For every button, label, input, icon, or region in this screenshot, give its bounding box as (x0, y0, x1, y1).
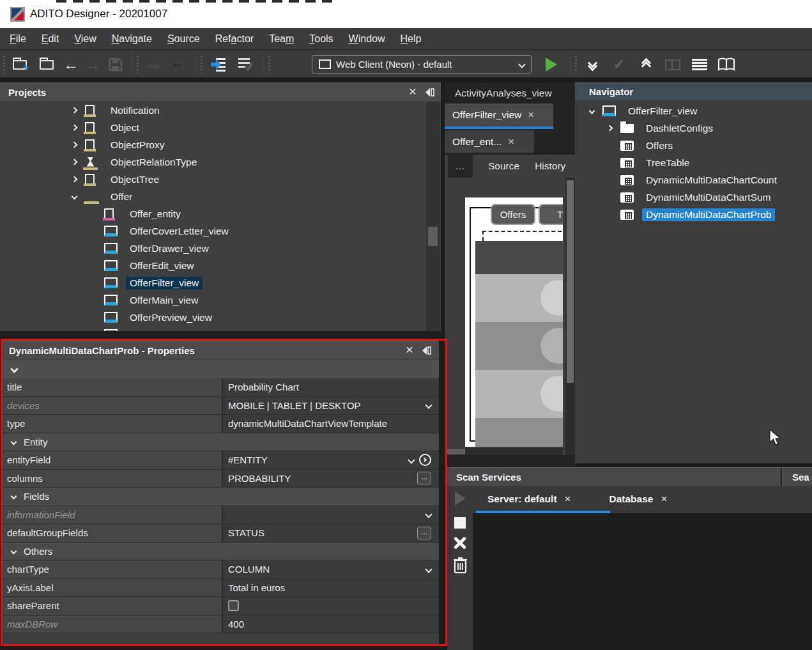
minimize-panel-icon[interactable] (425, 88, 434, 97)
property-section-others[interactable]: Others (3, 543, 439, 561)
menu-refactor[interactable]: Refactor (208, 28, 261, 49)
property-section-entity[interactable]: Entity (3, 433, 439, 452)
close-tab-icon[interactable]: × (565, 493, 571, 506)
close-icon[interactable]: × (406, 343, 413, 356)
forward-button[interactable]: → (82, 51, 103, 78)
close-tab-icon[interactable]: × (661, 493, 667, 506)
property-value-cell[interactable]: Probability Chart (223, 378, 439, 397)
close-tab-icon[interactable]: × (508, 135, 514, 148)
ellipsis-button[interactable]: ... (417, 472, 431, 484)
navigator-item-treetable[interactable]: TreeTable (575, 154, 812, 171)
tab-offer-entity[interactable]: Offer_ent... × (445, 130, 534, 153)
tab-offerfilter-view[interactable]: OfferFilter_view × (445, 104, 553, 127)
tree-item-offercoverletter_view[interactable]: OfferCoverLetter_view (0, 222, 441, 240)
menu-view[interactable]: View (66, 28, 103, 49)
preview-hscrollbar[interactable] (445, 448, 563, 455)
projects-scrollbar[interactable] (426, 102, 440, 331)
tree-item-offermain_view[interactable]: OfferMain_view (0, 291, 441, 309)
tree-item-offerpreview_view[interactable]: OfferPreview_view (0, 309, 441, 326)
property-value-cell[interactable]: COLUMN (223, 561, 439, 579)
diff-view-button[interactable] (661, 51, 685, 78)
preview-offers-button[interactable]: Offers (491, 204, 535, 225)
property-value-cell[interactable]: #ENTITY (223, 451, 439, 470)
chevron-down-icon[interactable] (11, 493, 17, 500)
navigator-item-dynamicmultidatachartcount[interactable]: DynamicMultiDataChartCount (575, 171, 812, 189)
chevron-right-icon[interactable] (72, 125, 78, 131)
tree-item-offerfilter_view[interactable]: OfferFilter_view (0, 274, 441, 291)
chevron-right-icon[interactable] (607, 125, 613, 132)
list-view-button[interactable] (687, 51, 712, 78)
chevron-down-icon[interactable] (425, 566, 432, 573)
new-project-button[interactable]: + (9, 51, 31, 78)
menu-tools[interactable]: Tools (302, 28, 341, 49)
redo-button[interactable] (143, 51, 165, 78)
preview-treetable-button[interactable]: Tre (539, 204, 563, 225)
tree-item-object[interactable]: Object (0, 119, 441, 136)
menu-edit[interactable]: Edit (34, 28, 67, 49)
property-value-cell[interactable] (223, 506, 439, 525)
tree-item-objecttree[interactable]: ObjectTree (0, 171, 441, 188)
run-button[interactable] (540, 51, 562, 78)
more-views-button[interactable]: ... (448, 155, 473, 178)
open-project-button[interactable] (36, 51, 57, 78)
navigate-to-icon[interactable] (419, 454, 431, 466)
property-value-cell[interactable]: dynamicMultiDataChartViewTemplate (223, 415, 439, 433)
run-scan-icon[interactable] (455, 491, 466, 506)
chevron-right-icon[interactable] (422, 458, 427, 462)
property-section-fields[interactable]: Fields (3, 488, 439, 506)
chevron-down-icon[interactable] (425, 402, 432, 409)
ellipsis-button[interactable]: ... (417, 527, 431, 539)
menu-help[interactable]: Help (393, 28, 429, 49)
close-icon[interactable] (453, 536, 467, 550)
menu-source[interactable]: Source (160, 28, 208, 49)
undo-button[interactable] (167, 51, 189, 78)
collapse-all-button[interactable] (634, 51, 658, 78)
chevron-right-icon[interactable] (72, 142, 78, 148)
chevron-down-icon[interactable] (425, 511, 432, 518)
navigator-item-dynamicmultidatachartprob[interactable]: DynamicMultiDataChartProb (575, 206, 812, 223)
tree-item-partial[interactable] (0, 326, 441, 331)
chevron-right-icon[interactable] (72, 176, 78, 183)
chevron-down-icon[interactable] (11, 438, 17, 445)
minimize-panel-icon[interactable] (422, 346, 431, 355)
navigator-item-offerfilter_view[interactable]: OfferFilter_view (575, 102, 812, 120)
checkbox-unchecked[interactable] (228, 600, 239, 611)
history-view-button[interactable]: History (535, 160, 565, 172)
tree-item-objectrelationtype[interactable]: ObjectRelationType (0, 153, 441, 171)
menu-file[interactable]: File (2, 28, 34, 49)
navigator-item-offers[interactable]: Offers (575, 137, 812, 154)
scrollbar-thumb[interactable] (447, 449, 465, 454)
delete-trash-icon[interactable] (454, 557, 467, 573)
menu-window[interactable]: Window (341, 28, 393, 49)
run-configuration-select[interactable]: Web Client (Neon) - default (312, 55, 532, 74)
chevron-right-icon[interactable] (72, 159, 78, 166)
import-button[interactable] (207, 51, 230, 78)
tree-item-offer[interactable]: Offer (0, 188, 441, 205)
back-button[interactable]: ← (60, 51, 82, 78)
commit-button[interactable]: ✓ (607, 51, 631, 78)
property-value-cell[interactable]: PROBABILITY... (223, 470, 439, 488)
close-tab-icon[interactable]: × (528, 109, 534, 121)
tree-item-offer_entity[interactable]: Offer_entity (0, 205, 441, 222)
property-value-cell[interactable]: Total in euros (223, 579, 439, 598)
chevron-down-icon[interactable] (72, 194, 78, 200)
documentation-button[interactable] (714, 51, 739, 78)
close-icon[interactable]: × (409, 85, 417, 98)
tab-activityanalyses-view[interactable]: ActivityAnalyses_view (445, 88, 552, 99)
scrollbar-thumb[interactable] (428, 227, 438, 246)
tree-item-objectproxy[interactable]: ObjectProxy (0, 136, 441, 153)
property-value-cell[interactable] (223, 597, 439, 615)
stop-icon[interactable] (454, 517, 466, 529)
tab-database[interactable]: Database × (609, 488, 667, 506)
preview-vscrollbar[interactable] (565, 178, 575, 455)
menu-navigate[interactable]: Navigate (104, 28, 160, 49)
scrollbar-thumb[interactable] (567, 180, 574, 383)
chevron-down-icon[interactable] (589, 108, 595, 114)
menu-team[interactable]: Team (261, 28, 302, 49)
property-value-cell[interactable]: 400 (223, 615, 439, 634)
expand-all-button[interactable] (580, 51, 604, 78)
properties-collapse-bar[interactable] (3, 360, 439, 378)
tree-item-offerdrawer_view[interactable]: OfferDrawer_view (0, 240, 441, 257)
tree-item-offeredit_view[interactable]: OfferEdit_view (0, 257, 441, 274)
chevron-down-icon[interactable] (408, 456, 415, 463)
